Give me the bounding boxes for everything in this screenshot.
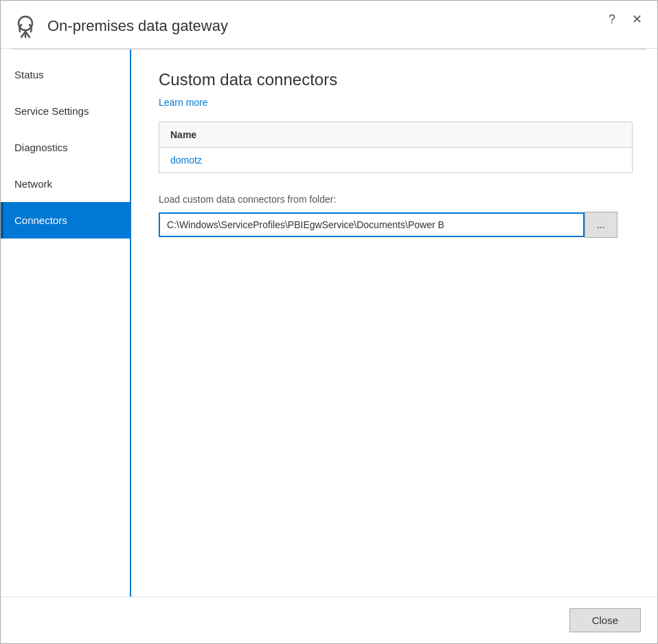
footer: Close [1,597,657,643]
title-bar: On-premises data gateway ? ✕ [1,1,657,49]
page-title: Custom data connectors [159,70,630,89]
app-title: On-premises data gateway [47,17,604,35]
help-button[interactable]: ? [604,12,620,27]
content-area: Status Service Settings Diagnostics Netw… [1,49,657,597]
browse-button[interactable]: ... [585,212,617,238]
sidebar-item-connectors[interactable]: Connectors [1,202,130,238]
connector-table: Name domotz [159,122,633,173]
title-controls: ? ✕ [604,9,646,27]
learn-more-link[interactable]: Learn more [159,97,208,108]
main-window: On-premises data gateway ? ✕ Status Serv… [0,0,658,644]
close-window-button[interactable]: ✕ [628,12,646,27]
sidebar-item-status[interactable]: Status [1,56,130,93]
main-content-panel: Custom data connectors Learn more Name d… [131,49,657,597]
sidebar-item-network[interactable]: Network [1,166,130,202]
sidebar-item-diagnostics[interactable]: Diagnostics [1,129,130,166]
sidebar: Status Service Settings Diagnostics Netw… [1,49,131,597]
close-button[interactable]: Close [569,608,641,632]
folder-label: Load custom data connectors from folder: [159,194,630,205]
folder-input-row: ... [159,212,630,238]
table-row: domotz [159,148,632,173]
app-icon [12,12,39,40]
folder-path-input[interactable] [159,212,585,237]
table-column-header: Name [159,122,632,148]
svg-point-0 [19,16,32,30]
sidebar-item-service-settings[interactable]: Service Settings [1,93,130,129]
